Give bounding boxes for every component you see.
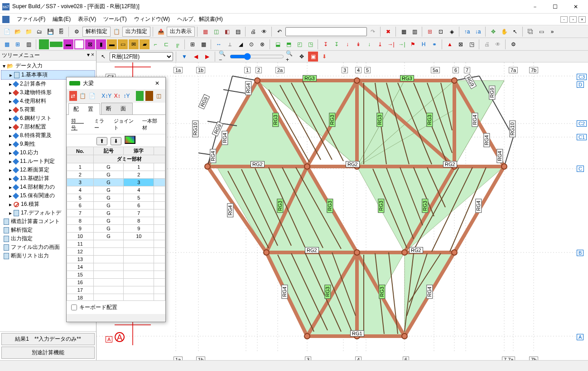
subtab-single[interactable]: 一本部材 — [142, 118, 161, 131]
x-icon[interactable]: X↕ — [113, 91, 121, 101]
fit-icon[interactable]: ✥ — [297, 52, 307, 62]
out-icon[interactable]: 📋 — [111, 27, 121, 37]
save-icon[interactable]: 💾 — [45, 27, 55, 37]
mdi-max[interactable]: ▫ — [569, 16, 577, 23]
td-icon[interactable]: ↓a — [473, 27, 483, 37]
xy-icon[interactable]: X↕Y — [101, 91, 111, 101]
w3-icon[interactable]: ◳ — [467, 39, 477, 49]
beam-g-icon[interactable] — [145, 91, 153, 101]
result-button[interactable]: 結果1 **入力データのみ** — [1, 333, 95, 345]
zoom-in-icon[interactable]: 🔍+ — [285, 52, 295, 62]
grid-b-icon[interactable]: ⊞ — [188, 39, 198, 49]
table-row[interactable]: 17 — [67, 286, 165, 294]
table-row[interactable]: 18 — [67, 294, 165, 301]
region-icon[interactable]: ▣ — [308, 52, 318, 62]
open3-icon[interactable]: 🗂 — [34, 27, 44, 37]
redo-icon[interactable]: ↷ — [368, 27, 378, 37]
v2-icon[interactable]: ◫ — [211, 27, 221, 37]
region2-icon[interactable]: ⬇ — [319, 52, 329, 62]
table-row[interactable]: 3G3 — [67, 179, 165, 186]
keyboard-checkbox[interactable]: キーボード配置 — [71, 304, 161, 311]
table-row[interactable]: 9G9 — [67, 225, 165, 233]
el2-icon[interactable]: ▬ — [107, 39, 117, 49]
open2-icon[interactable]: 📁 — [24, 27, 34, 37]
dim-icon[interactable]: ↔ — [214, 39, 224, 49]
3d-icon[interactable]: ◫ — [155, 91, 163, 101]
table-row[interactable]: 10G10 — [67, 233, 165, 240]
a7-icon[interactable]: →| — [386, 39, 396, 49]
a6-icon[interactable]: ⤓ — [375, 39, 385, 49]
m3-icon[interactable]: ▥ — [24, 39, 34, 49]
ta-icon[interactable]: ↑a — [462, 27, 472, 37]
h-icon[interactable]: H — [419, 39, 429, 49]
open-icon[interactable]: 📂 — [13, 27, 23, 37]
more-icon[interactable]: » — [547, 27, 557, 37]
mdi-min[interactable]: - — [560, 16, 568, 23]
a4-icon[interactable]: ↡ — [353, 39, 363, 49]
link-icon[interactable]: ⚭ — [429, 39, 439, 49]
table-row[interactable]: 6G6 — [67, 202, 165, 209]
grid2-icon[interactable]: ⊡ — [436, 27, 446, 37]
a8-icon[interactable]: →| — [397, 39, 407, 49]
node[interactable] — [451, 77, 458, 84]
grid3-icon[interactable]: ◈ — [447, 27, 457, 37]
a5-icon[interactable]: ↓ — [364, 39, 374, 49]
node[interactable] — [304, 333, 310, 339]
zoom-out-icon[interactable]: 🔍− — [218, 52, 228, 62]
filter-icon[interactable]: ▼ — [179, 52, 189, 62]
float-table[interactable]: No. 記号 添字 ダミー部材 1G12G23G34G45G56G67G78G8… — [67, 147, 165, 300]
tab-section[interactable]: 断 面 — [101, 103, 133, 114]
win2-icon[interactable]: ▥ — [410, 27, 419, 37]
out2-icon[interactable]: 📤 — [156, 27, 166, 37]
table-row[interactable]: 1G1 — [67, 163, 165, 171]
table-row[interactable]: 14 — [67, 263, 165, 271]
page-icon[interactable]: 📄 — [88, 91, 96, 101]
table-row[interactable]: 2G2 — [67, 171, 165, 179]
slab-icon[interactable] — [74, 39, 84, 49]
down-button[interactable]: ⬇ — [111, 137, 121, 145]
w1-icon[interactable]: ▲ — [445, 39, 455, 49]
el4-icon[interactable]: ✉ — [129, 39, 139, 49]
list-icon[interactable]: 📋 — [79, 91, 87, 101]
table-row[interactable]: 13 — [67, 256, 165, 263]
dim5-icon[interactable]: ⊗ — [257, 39, 267, 49]
node[interactable] — [354, 77, 360, 84]
dim3-icon[interactable]: ◢ — [236, 39, 246, 49]
p2-icon[interactable]: 👁 — [493, 39, 503, 49]
table-row[interactable]: 16 — [67, 279, 165, 286]
dim4-icon[interactable]: ⊙ — [246, 39, 256, 49]
el6-icon[interactable]: ⌐ — [150, 39, 160, 49]
tab-placement[interactable]: 配 置 — [68, 103, 100, 115]
swap-icon[interactable]: ⇄ — [69, 91, 77, 101]
preview-icon[interactable]: 👁 — [259, 27, 269, 37]
menu-help[interactable]: ヘルプ、解説書(H) — [174, 14, 227, 24]
table-row[interactable]: 8G8 — [67, 217, 165, 225]
subtab-symbol[interactable]: 符 号 — [71, 118, 89, 131]
brace-icon[interactable]: ⊠ — [85, 39, 95, 49]
settings-icon[interactable]: ⚙ — [508, 39, 518, 49]
y-icon[interactable]: ↕Y — [123, 91, 130, 101]
new-icon[interactable]: 📄 — [2, 27, 12, 37]
el7-icon[interactable]: ⊏ — [161, 39, 171, 49]
mdi-close[interactable]: × — [578, 16, 586, 23]
menu-view[interactable]: 表示(V) — [74, 14, 100, 24]
table-row[interactable]: 12 — [67, 248, 165, 256]
a3-icon[interactable]: ↓ — [342, 39, 352, 49]
node[interactable] — [263, 249, 270, 256]
float-close-icon[interactable]: ✕ — [152, 80, 163, 86]
zoom-slider[interactable] — [230, 53, 284, 60]
up-button[interactable]: ⬆ — [96, 137, 107, 145]
del-icon[interactable]: ✖ — [383, 27, 393, 37]
v3-icon[interactable]: ◧ — [222, 27, 232, 37]
subtab-joint[interactable]: ジョイント — [114, 118, 137, 131]
cascade-icon[interactable]: ⿻ — [525, 27, 535, 37]
l1-icon[interactable]: ⬓ — [273, 39, 283, 49]
menu-edit[interactable]: 編集(E) — [49, 14, 74, 24]
el5-icon[interactable]: ▰ — [140, 39, 149, 49]
output-button[interactable]: 出力指定 — [122, 27, 150, 37]
table-row[interactable]: 5G5 — [67, 194, 165, 202]
m2-icon[interactable]: ⊞ — [13, 39, 23, 49]
menu-tool[interactable]: ツール(T) — [100, 14, 130, 24]
l2-icon[interactable]: ⬒ — [284, 39, 294, 49]
tree-dropdown-icon[interactable]: ▾ × — [87, 52, 94, 59]
